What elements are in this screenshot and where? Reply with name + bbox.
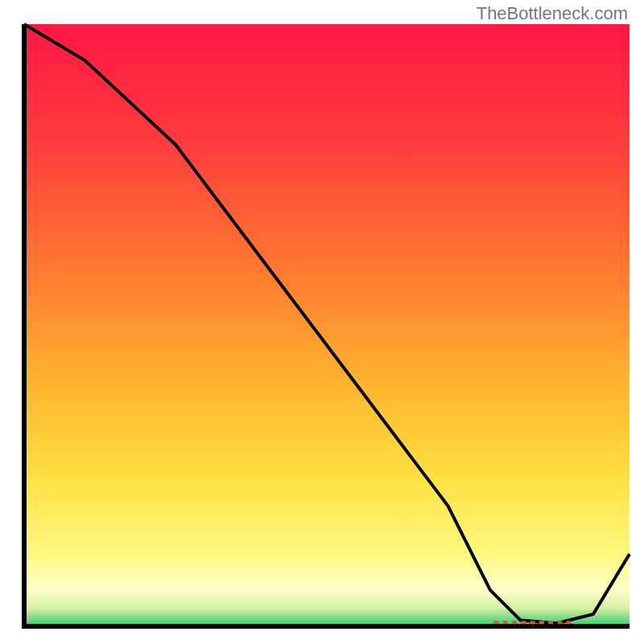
plot-background <box>24 24 630 626</box>
plot-area <box>24 24 630 626</box>
watermark-text: TheBottleneck.com <box>477 3 628 24</box>
chart-container: TheBottleneck.com <box>0 0 644 644</box>
chart-svg <box>0 0 644 644</box>
